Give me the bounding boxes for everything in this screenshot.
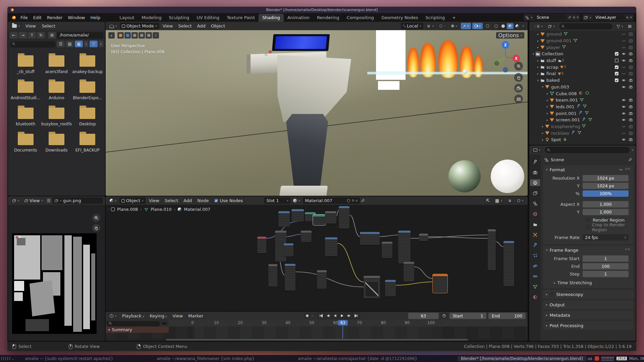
shader-type-selector[interactable]: Object∨: [119, 197, 146, 204]
current-frame-badge[interactable]: 63: [338, 320, 348, 325]
outliner-row[interactable]: ▸point.001: [529, 110, 636, 117]
y-field[interactable]: 1.000: [583, 209, 629, 215]
camera-icon[interactable]: [627, 58, 634, 63]
taskbar-window[interactable]: amalie ~ {sudo systemctl restart apache2…: [21, 356, 116, 361]
frame-end-field[interactable]: End100: [488, 313, 526, 319]
outliner-row[interactable]: ▸IcosphereFog: [529, 123, 636, 130]
folder-item[interactable]: AndroidStudi...: [10, 79, 41, 100]
camera-disabled-icon[interactable]: [627, 38, 634, 44]
properties-tab-material[interactable]: [530, 294, 540, 300]
ne-snap-grid-icon[interactable]: ▦∨: [493, 197, 504, 204]
fb-menu-select[interactable]: Select: [39, 23, 58, 29]
folder-item[interactable]: EFI_BACKUP: [72, 131, 103, 153]
clock[interactable]: Mon, 06 Jan 01:37: [629, 356, 644, 361]
outliner-row[interactable]: ▸player: [529, 44, 636, 51]
frame-range-drag-icon[interactable]: ⠛⠛: [625, 248, 630, 252]
expand-icon[interactable]: ▸: [541, 131, 545, 135]
properties-tab-modifiers[interactable]: [530, 242, 540, 248]
tab-uv-editing[interactable]: UV Editing: [193, 14, 223, 22]
folder-item[interactable]: anakey-backup: [72, 53, 103, 74]
shader-node[interactable]: [503, 241, 514, 286]
stereoscopy-header[interactable]: ▸Stereoscopy: [543, 290, 633, 299]
checkbox-on-icon[interactable]: [613, 51, 620, 57]
camera-disabled-icon[interactable]: [627, 124, 634, 129]
camera-disabled-icon[interactable]: [627, 32, 634, 37]
expand-icon[interactable]: ▸: [545, 118, 549, 122]
camera-icon[interactable]: [627, 51, 634, 57]
taskbar-window[interactable]: amalie ~/www/ana_filebrowser {vim index.…: [154, 356, 258, 361]
shader-node[interactable]: [382, 242, 392, 258]
checkbox-on-icon[interactable]: [613, 78, 620, 83]
eye-closed-icon[interactable]: [620, 38, 627, 44]
shader-pin-icon[interactable]: [361, 198, 365, 203]
folder-item[interactable]: busybox_rootfs: [41, 105, 72, 126]
frame-range-panel-header[interactable]: ▾Frame Range ⠛⠛: [543, 246, 633, 254]
viewlayer-copy-icon[interactable]: ⧉: [626, 16, 628, 19]
eye-icon[interactable]: [620, 58, 627, 63]
shader-node[interactable]: [285, 264, 296, 291]
workspace-1-icon[interactable]: [1, 357, 2, 360]
shader-node[interactable]: [488, 229, 496, 270]
camera-icon[interactable]: [627, 84, 634, 89]
step-field[interactable]: 1: [583, 271, 629, 277]
fb-new-folder-icon[interactable]: ⊞: [48, 32, 56, 39]
zoom-button[interactable]: [514, 62, 523, 70]
fb-forward-icon[interactable]: →: [19, 32, 27, 39]
shader-node[interactable]: [284, 243, 293, 256]
shading-wireframe[interactable]: [493, 23, 499, 29]
format-check-6[interactable]: Crop to Render Region: [586, 224, 633, 230]
paint-mask-3-icon[interactable]: [131, 32, 138, 39]
outliner-row[interactable]: ▾gun.003: [529, 84, 636, 90]
shader-node[interactable]: [278, 211, 290, 227]
fake-user-shield-icon[interactable]: [346, 199, 351, 203]
taskbar-chevron-icon[interactable]: ⌄: [11, 357, 14, 360]
eye-closed-icon[interactable]: [620, 45, 627, 50]
render-region-checkbox[interactable]: [586, 218, 590, 222]
workspace-4-icon[interactable]: [7, 357, 8, 360]
grid-ortho-button[interactable]: [514, 95, 523, 103]
shader-node[interactable]: [301, 231, 312, 242]
outliner-row[interactable]: ▾Collection: [529, 51, 636, 57]
shader-node[interactable]: [291, 209, 304, 222]
tab-sculpting[interactable]: Sculpting: [165, 14, 193, 22]
outliner-new-collection-icon[interactable]: ⊞: [626, 23, 634, 29]
fb-filter-caret[interactable]: ∨: [99, 41, 103, 47]
tab-scripting[interactable]: Scripting: [422, 14, 449, 22]
folder-item[interactable]: _cb_stuff: [10, 53, 41, 74]
play-button[interactable]: [339, 313, 345, 319]
shader-node[interactable]: [268, 264, 277, 287]
expand-icon[interactable]: ▸: [536, 65, 540, 69]
outliner-row[interactable]: ▸stuff3: [529, 57, 636, 64]
frame-start-field[interactable]: 1: [583, 255, 629, 262]
editor-type-viewport[interactable]: ∨: [108, 23, 119, 29]
topbar-menu-file[interactable]: File: [18, 14, 31, 21]
format-drag-icon[interactable]: ⠛⠛: [625, 168, 630, 172]
scene-name[interactable]: Scene: [534, 15, 566, 20]
timeline-hscrollbar[interactable]: [106, 339, 528, 341]
editor-type-timeline[interactable]: ∨: [108, 313, 119, 319]
fb-display-list-icon[interactable]: ☰: [57, 41, 65, 47]
outliner-row[interactable]: ▸screen.001: [529, 117, 636, 123]
topbar-menu-help[interactable]: Help: [88, 14, 103, 21]
frame-rate-field[interactable]: 24 fps∨: [583, 234, 629, 241]
uv-texture-image[interactable]: [12, 233, 97, 334]
expand-icon[interactable]: ▸: [545, 92, 549, 95]
current-frame-field[interactable]: 63: [408, 313, 439, 319]
paint-mask-5-icon[interactable]: [146, 32, 152, 39]
metadata-header[interactable]: ▸Metadata: [543, 311, 633, 319]
shader-node[interactable]: [313, 215, 325, 225]
taskbar-window[interactable]: amalie ~/analiestar.com/ajaxchat {date -…: [295, 356, 421, 361]
folder-item[interactable]: Desktop: [72, 105, 103, 126]
mode-selector[interactable]: Object Mode∨: [120, 23, 159, 29]
format-panel-header[interactable]: ▾Format ≔⠛⠛: [543, 165, 633, 174]
next-keyframe-button[interactable]: [346, 313, 353, 319]
blender-menu-icon[interactable]: [11, 15, 16, 20]
eye-icon[interactable]: [620, 117, 627, 123]
paint-mask-2-icon[interactable]: [124, 32, 131, 39]
outliner-row[interactable]: ▸beam.001: [529, 97, 636, 104]
shader-node[interactable]: [325, 237, 337, 256]
fb-display-caret[interactable]: ∨: [84, 41, 89, 47]
camera-disabled-icon[interactable]: [627, 130, 634, 136]
expand-icon[interactable]: ▸: [541, 138, 545, 141]
vp-menu-object[interactable]: Object: [208, 23, 228, 29]
